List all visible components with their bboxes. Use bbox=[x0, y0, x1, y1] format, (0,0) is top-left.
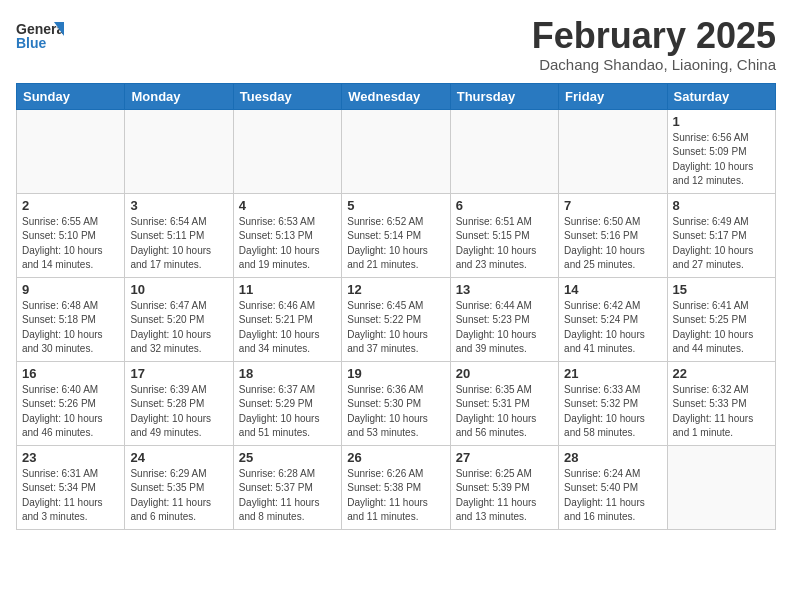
day-cell: 5Sunrise: 6:52 AM Sunset: 5:14 PM Daylig… bbox=[342, 193, 450, 277]
day-cell: 1Sunrise: 6:56 AM Sunset: 5:09 PM Daylig… bbox=[667, 109, 775, 193]
day-number: 25 bbox=[239, 450, 336, 465]
day-number: 10 bbox=[130, 282, 227, 297]
day-info: Sunrise: 6:44 AM Sunset: 5:23 PM Dayligh… bbox=[456, 299, 553, 357]
title-block: February 2025 Dachang Shandao, Liaoning,… bbox=[532, 16, 776, 73]
day-info: Sunrise: 6:28 AM Sunset: 5:37 PM Dayligh… bbox=[239, 467, 336, 525]
day-cell: 10Sunrise: 6:47 AM Sunset: 5:20 PM Dayli… bbox=[125, 277, 233, 361]
logo-icon: General Blue bbox=[16, 16, 64, 60]
day-info: Sunrise: 6:47 AM Sunset: 5:20 PM Dayligh… bbox=[130, 299, 227, 357]
day-cell: 21Sunrise: 6:33 AM Sunset: 5:32 PM Dayli… bbox=[559, 361, 667, 445]
day-cell: 24Sunrise: 6:29 AM Sunset: 5:35 PM Dayli… bbox=[125, 445, 233, 529]
day-info: Sunrise: 6:46 AM Sunset: 5:21 PM Dayligh… bbox=[239, 299, 336, 357]
day-cell: 15Sunrise: 6:41 AM Sunset: 5:25 PM Dayli… bbox=[667, 277, 775, 361]
calendar-header-row: SundayMondayTuesdayWednesdayThursdayFrid… bbox=[17, 83, 776, 109]
day-info: Sunrise: 6:26 AM Sunset: 5:38 PM Dayligh… bbox=[347, 467, 444, 525]
col-header-sunday: Sunday bbox=[17, 83, 125, 109]
day-number: 12 bbox=[347, 282, 444, 297]
day-info: Sunrise: 6:24 AM Sunset: 5:40 PM Dayligh… bbox=[564, 467, 661, 525]
col-header-thursday: Thursday bbox=[450, 83, 558, 109]
day-info: Sunrise: 6:32 AM Sunset: 5:33 PM Dayligh… bbox=[673, 383, 770, 441]
day-cell: 20Sunrise: 6:35 AM Sunset: 5:31 PM Dayli… bbox=[450, 361, 558, 445]
month-year-title: February 2025 bbox=[532, 16, 776, 56]
day-info: Sunrise: 6:50 AM Sunset: 5:16 PM Dayligh… bbox=[564, 215, 661, 273]
day-number: 17 bbox=[130, 366, 227, 381]
day-info: Sunrise: 6:48 AM Sunset: 5:18 PM Dayligh… bbox=[22, 299, 119, 357]
day-info: Sunrise: 6:52 AM Sunset: 5:14 PM Dayligh… bbox=[347, 215, 444, 273]
day-number: 4 bbox=[239, 198, 336, 213]
day-number: 24 bbox=[130, 450, 227, 465]
day-number: 23 bbox=[22, 450, 119, 465]
day-info: Sunrise: 6:51 AM Sunset: 5:15 PM Dayligh… bbox=[456, 215, 553, 273]
day-info: Sunrise: 6:36 AM Sunset: 5:30 PM Dayligh… bbox=[347, 383, 444, 441]
day-cell bbox=[450, 109, 558, 193]
week-row-0: 1Sunrise: 6:56 AM Sunset: 5:09 PM Daylig… bbox=[17, 109, 776, 193]
col-header-monday: Monday bbox=[125, 83, 233, 109]
page-header: General Blue February 2025 Dachang Shand… bbox=[16, 16, 776, 73]
location-subtitle: Dachang Shandao, Liaoning, China bbox=[532, 56, 776, 73]
col-header-wednesday: Wednesday bbox=[342, 83, 450, 109]
day-cell: 22Sunrise: 6:32 AM Sunset: 5:33 PM Dayli… bbox=[667, 361, 775, 445]
day-number: 3 bbox=[130, 198, 227, 213]
day-cell: 9Sunrise: 6:48 AM Sunset: 5:18 PM Daylig… bbox=[17, 277, 125, 361]
day-cell: 23Sunrise: 6:31 AM Sunset: 5:34 PM Dayli… bbox=[17, 445, 125, 529]
day-info: Sunrise: 6:53 AM Sunset: 5:13 PM Dayligh… bbox=[239, 215, 336, 273]
week-row-2: 9Sunrise: 6:48 AM Sunset: 5:18 PM Daylig… bbox=[17, 277, 776, 361]
day-cell bbox=[233, 109, 341, 193]
day-cell: 2Sunrise: 6:55 AM Sunset: 5:10 PM Daylig… bbox=[17, 193, 125, 277]
day-info: Sunrise: 6:55 AM Sunset: 5:10 PM Dayligh… bbox=[22, 215, 119, 273]
day-number: 20 bbox=[456, 366, 553, 381]
day-cell: 14Sunrise: 6:42 AM Sunset: 5:24 PM Dayli… bbox=[559, 277, 667, 361]
day-number: 22 bbox=[673, 366, 770, 381]
day-cell: 18Sunrise: 6:37 AM Sunset: 5:29 PM Dayli… bbox=[233, 361, 341, 445]
day-number: 7 bbox=[564, 198, 661, 213]
day-info: Sunrise: 6:45 AM Sunset: 5:22 PM Dayligh… bbox=[347, 299, 444, 357]
day-cell: 16Sunrise: 6:40 AM Sunset: 5:26 PM Dayli… bbox=[17, 361, 125, 445]
day-cell: 28Sunrise: 6:24 AM Sunset: 5:40 PM Dayli… bbox=[559, 445, 667, 529]
day-number: 19 bbox=[347, 366, 444, 381]
day-cell bbox=[559, 109, 667, 193]
day-info: Sunrise: 6:37 AM Sunset: 5:29 PM Dayligh… bbox=[239, 383, 336, 441]
day-cell: 17Sunrise: 6:39 AM Sunset: 5:28 PM Dayli… bbox=[125, 361, 233, 445]
week-row-4: 23Sunrise: 6:31 AM Sunset: 5:34 PM Dayli… bbox=[17, 445, 776, 529]
week-row-1: 2Sunrise: 6:55 AM Sunset: 5:10 PM Daylig… bbox=[17, 193, 776, 277]
day-cell: 8Sunrise: 6:49 AM Sunset: 5:17 PM Daylig… bbox=[667, 193, 775, 277]
day-info: Sunrise: 6:49 AM Sunset: 5:17 PM Dayligh… bbox=[673, 215, 770, 273]
day-number: 9 bbox=[22, 282, 119, 297]
day-cell: 11Sunrise: 6:46 AM Sunset: 5:21 PM Dayli… bbox=[233, 277, 341, 361]
day-cell: 19Sunrise: 6:36 AM Sunset: 5:30 PM Dayli… bbox=[342, 361, 450, 445]
day-cell bbox=[342, 109, 450, 193]
day-info: Sunrise: 6:35 AM Sunset: 5:31 PM Dayligh… bbox=[456, 383, 553, 441]
day-number: 26 bbox=[347, 450, 444, 465]
day-info: Sunrise: 6:56 AM Sunset: 5:09 PM Dayligh… bbox=[673, 131, 770, 189]
day-cell: 7Sunrise: 6:50 AM Sunset: 5:16 PM Daylig… bbox=[559, 193, 667, 277]
day-cell bbox=[125, 109, 233, 193]
week-row-3: 16Sunrise: 6:40 AM Sunset: 5:26 PM Dayli… bbox=[17, 361, 776, 445]
day-cell: 6Sunrise: 6:51 AM Sunset: 5:15 PM Daylig… bbox=[450, 193, 558, 277]
col-header-tuesday: Tuesday bbox=[233, 83, 341, 109]
day-number: 27 bbox=[456, 450, 553, 465]
day-number: 6 bbox=[456, 198, 553, 213]
day-cell bbox=[667, 445, 775, 529]
col-header-saturday: Saturday bbox=[667, 83, 775, 109]
day-cell: 4Sunrise: 6:53 AM Sunset: 5:13 PM Daylig… bbox=[233, 193, 341, 277]
day-cell: 26Sunrise: 6:26 AM Sunset: 5:38 PM Dayli… bbox=[342, 445, 450, 529]
day-number: 21 bbox=[564, 366, 661, 381]
day-number: 5 bbox=[347, 198, 444, 213]
day-info: Sunrise: 6:33 AM Sunset: 5:32 PM Dayligh… bbox=[564, 383, 661, 441]
day-number: 28 bbox=[564, 450, 661, 465]
day-cell: 27Sunrise: 6:25 AM Sunset: 5:39 PM Dayli… bbox=[450, 445, 558, 529]
day-number: 2 bbox=[22, 198, 119, 213]
col-header-friday: Friday bbox=[559, 83, 667, 109]
day-number: 1 bbox=[673, 114, 770, 129]
day-cell: 13Sunrise: 6:44 AM Sunset: 5:23 PM Dayli… bbox=[450, 277, 558, 361]
day-number: 13 bbox=[456, 282, 553, 297]
logo: General Blue bbox=[16, 16, 64, 60]
day-number: 8 bbox=[673, 198, 770, 213]
day-cell bbox=[17, 109, 125, 193]
day-info: Sunrise: 6:40 AM Sunset: 5:26 PM Dayligh… bbox=[22, 383, 119, 441]
day-info: Sunrise: 6:25 AM Sunset: 5:39 PM Dayligh… bbox=[456, 467, 553, 525]
day-info: Sunrise: 6:42 AM Sunset: 5:24 PM Dayligh… bbox=[564, 299, 661, 357]
day-number: 15 bbox=[673, 282, 770, 297]
day-cell: 25Sunrise: 6:28 AM Sunset: 5:37 PM Dayli… bbox=[233, 445, 341, 529]
day-number: 14 bbox=[564, 282, 661, 297]
